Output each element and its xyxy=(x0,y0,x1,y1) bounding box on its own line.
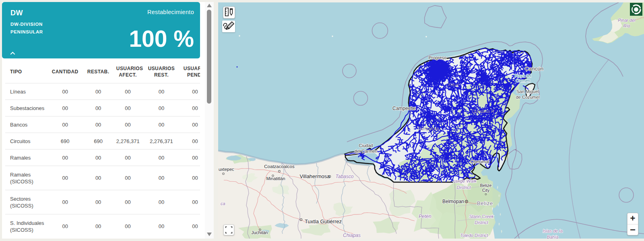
svg-text:San Miguel: San Miguel xyxy=(516,89,539,94)
svg-text:Bahía: Bahía xyxy=(547,235,559,239)
svg-text:Tabasco: Tabasco xyxy=(336,174,354,179)
svg-text:Coatzacoalcos: Coatzacoalcos xyxy=(264,164,295,169)
svg-text:Río: Río xyxy=(623,23,630,28)
svg-text:Pinar del: Pinar del xyxy=(618,18,636,23)
svg-text:Islas de la: Islas de la xyxy=(543,229,563,233)
svg-text:ca: ca xyxy=(221,201,225,206)
svg-text:District: District xyxy=(456,185,471,190)
svg-text:range Walk: range Walk xyxy=(453,179,477,183)
svg-text:de Cozumel: de Cozumel xyxy=(516,95,540,100)
svg-text:uxtepec: uxtepec xyxy=(219,167,234,172)
svg-text:Campeche: Campeche xyxy=(417,126,439,131)
svg-text:Toledo District: Toledo District xyxy=(460,233,488,238)
svg-text:Belize: Belize xyxy=(480,183,492,188)
svg-text:Cancún: Cancún xyxy=(525,66,544,72)
svg-text:Chiapas: Chiapas xyxy=(343,233,361,238)
svg-text:Campeche: Campeche xyxy=(392,106,416,111)
svg-text:del Carmen: del Carmen xyxy=(355,149,378,154)
svg-text:Belize: Belize xyxy=(477,200,493,206)
svg-text:Progreso: Progreso xyxy=(429,55,447,60)
svg-text:Playa del: Playa del xyxy=(514,74,531,78)
svg-text:Stann Creek: Stann Creek xyxy=(469,214,494,219)
svg-text:Quintana R: Quintana R xyxy=(472,109,494,114)
svg-text:City: City xyxy=(482,188,490,193)
svg-text:Ciudad: Ciudad xyxy=(359,143,373,148)
svg-text:Juchitán: Juchitán xyxy=(252,230,268,235)
svg-text:Carmen: Carmen xyxy=(516,79,530,83)
svg-text:Villahermosa: Villahermosa xyxy=(300,173,330,179)
svg-text:District: District xyxy=(475,220,489,225)
svg-text:Yucat: Yucat xyxy=(448,82,459,87)
svg-text:Minatitlán: Minatitlán xyxy=(266,176,285,181)
svg-text:Tuxtla Gutiérrez: Tuxtla Gutiérrez xyxy=(305,218,342,224)
svg-text:Petén: Petén xyxy=(419,214,431,219)
svg-text:Chetumal: Chetumal xyxy=(470,159,489,164)
svg-text:Belmopan: Belmopan xyxy=(442,199,464,204)
